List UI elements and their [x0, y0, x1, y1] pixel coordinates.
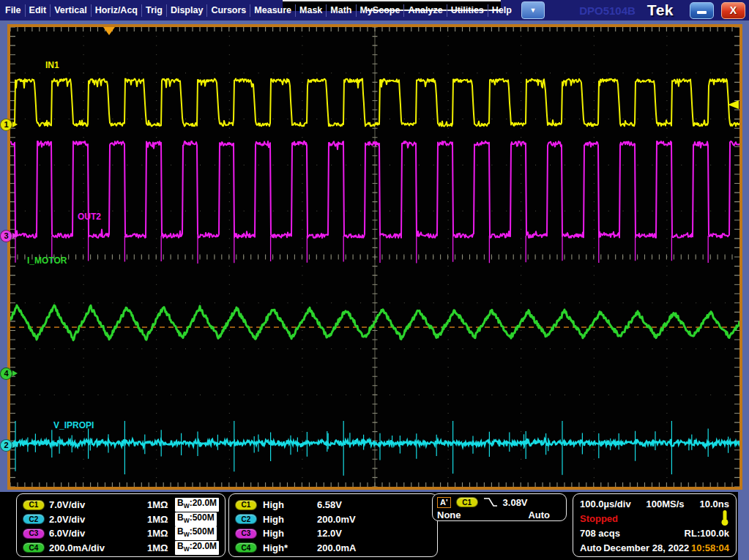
c4-termination: 1MΩ — [147, 542, 175, 553]
c1-badge[interactable]: C1 — [23, 500, 45, 510]
tek-logo: Tek — [647, 1, 674, 19]
measurements-panel[interactable]: C1 High 6.58V C2 High 200.0mV C3 High 12… — [228, 493, 438, 557]
waveform-label-imotor: I_MOTOR — [27, 255, 67, 266]
marker-pin-icon — [720, 510, 729, 526]
menu-item-measure[interactable]: Measure — [250, 0, 295, 20]
datetime-row: Auto December 28, 2022 10:58:04 — [580, 540, 729, 555]
c3-meas-badge[interactable]: C3 — [235, 529, 257, 539]
channel-marker-arrow-2 — [12, 442, 18, 448]
trigger-panel[interactable]: A' C1 3.08V None Auto — [432, 493, 567, 521]
acqs-row: 708 acqs RL:100.0k — [580, 526, 729, 540]
channel-marker-3[interactable]: 3 — [0, 230, 12, 242]
c4-meas-name: High* — [263, 542, 317, 553]
trigger-mode-value: Auto — [580, 542, 602, 553]
menu-item-trig[interactable]: Trig — [142, 0, 166, 20]
c2-meas-name: High — [263, 514, 317, 525]
c2-meas-badge[interactable]: C2 — [235, 514, 257, 524]
menu-item-vertical[interactable]: Vertical — [51, 0, 90, 20]
channel-settings-panel[interactable]: C1 7.0V/div 1MΩ BW:20.0M C2 2.0V/div 1MΩ… — [16, 493, 226, 557]
c1-bandwidth: BW:20.0M — [175, 498, 219, 512]
c2-bandwidth: BW:500M — [175, 512, 217, 526]
measurement-row-c3[interactable]: C3 High 12.0V — [235, 526, 437, 541]
menu-item-math[interactable]: Math — [327, 0, 355, 20]
trigger-level-icon[interactable] — [728, 100, 739, 109]
date-value: December 28, 2022 — [603, 542, 689, 553]
minimize-button[interactable] — [690, 2, 714, 19]
menu-item-file[interactable]: File — [1, 0, 25, 20]
status-row: Stopped — [580, 511, 729, 526]
menu-item-help[interactable]: Help — [488, 0, 515, 20]
measurement-row-c2[interactable]: C2 High 200.0mV — [235, 512, 437, 527]
c3-bandwidth: BW:500M — [175, 526, 217, 540]
c3-scale: 6.0V/div — [49, 528, 147, 539]
c2-scale: 2.0V/div — [49, 514, 147, 525]
menu-item-myscope[interactable]: MyScope — [357, 0, 404, 20]
channel-marker-arrow-3 — [12, 233, 18, 239]
c4-badge[interactable]: C4 — [23, 542, 45, 553]
trigger-none-label[interactable]: None — [437, 509, 461, 520]
channel-row-c2[interactable]: C2 2.0V/div 1MΩ BW:500M — [23, 512, 225, 527]
trigger-level-value: 3.08V — [503, 497, 528, 508]
trigger-a-label[interactable]: A' — [437, 497, 451, 508]
channel-row-c3[interactable]: C3 6.0V/div 1MΩ BW:500M — [23, 526, 225, 541]
clock-value: 10:58:04 — [691, 542, 729, 553]
c1-scale: 7.0V/div — [49, 499, 147, 510]
channel-marker-1[interactable]: 1 — [0, 119, 12, 131]
channel-row-c4[interactable]: C4 200.0mA/div 1MΩ BW:20.0M — [23, 541, 225, 556]
waveform-canvas — [10, 27, 739, 487]
close-button[interactable]: X — [721, 2, 745, 19]
close-icon: X — [730, 4, 737, 16]
c4-meas-badge[interactable]: C4 — [235, 542, 257, 553]
measurement-row-c1[interactable]: C1 High 6.58V — [235, 498, 437, 512]
menu-item-cursors[interactable]: Cursors — [207, 0, 250, 20]
c1-meas-name: High — [263, 499, 317, 510]
c4-bandwidth: BW:20.0M — [175, 541, 219, 555]
menu-item-utilities[interactable]: Utilities — [447, 0, 488, 20]
channel-marker-4[interactable]: 4 — [0, 367, 12, 380]
c3-termination: 1MΩ — [147, 528, 175, 539]
minimize-icon — [697, 11, 707, 14]
trigger-position-icon[interactable] — [103, 27, 115, 35]
waveform-label-out2: OUT2 — [78, 212, 101, 222]
trigger-settings-row: A' C1 3.08V — [437, 496, 562, 509]
dropdown-arrow-icon: ▼ — [529, 7, 536, 14]
graticule-bezel: IN1 OUT2 I_MOTOR V_IPROPI — [7, 24, 742, 490]
falling-edge-icon — [483, 497, 498, 507]
c1-meas-badge[interactable]: C1 — [235, 500, 257, 510]
channel-marker-arrow-1 — [12, 122, 18, 127]
menu-item-analyze[interactable]: Analyze — [404, 0, 446, 20]
sample-rate: 100MS/s — [646, 499, 685, 509]
display-frame: IN1 OUT2 I_MOTOR V_IPROPI — [0, 20, 749, 492]
channel-row-c1[interactable]: C1 7.0V/div 1MΩ BW:20.0M — [23, 498, 225, 512]
c3-meas-value: 12.0V — [317, 528, 437, 539]
graticule: IN1 OUT2 I_MOTOR V_IPROPI — [10, 27, 739, 487]
frame-right-strip — [738, 492, 749, 560]
menu-bar: FileEditVerticalHoriz/AcqTrigDisplayCurs… — [0, 0, 749, 20]
c4-meas-value: 200.0mA — [317, 542, 437, 553]
waveform-label-in1: IN1 — [45, 60, 59, 70]
menu-item-display[interactable]: Display — [167, 0, 206, 20]
trigger-source-badge[interactable]: C1 — [456, 497, 478, 507]
record-length: RL:100.0k — [685, 528, 729, 539]
c3-badge[interactable]: C3 — [23, 529, 45, 539]
acquisition-count: 708 acqs — [580, 528, 620, 539]
measurement-row-c4[interactable]: C4 High* 200.0mA — [235, 541, 437, 556]
c2-termination: 1MΩ — [147, 514, 175, 525]
channel-marker-2[interactable]: 2 — [0, 439, 12, 452]
menu-item-mask[interactable]: Mask — [296, 0, 326, 20]
readout-area: C1 7.0V/div 1MΩ BW:20.0M C2 2.0V/div 1MΩ… — [0, 492, 749, 560]
c4-scale: 200.0mA/div — [49, 542, 147, 553]
menu-item-horiz-acq[interactable]: Horiz/Acq — [92, 0, 141, 20]
menu-overflow-dropdown[interactable]: ▼ — [521, 1, 545, 19]
c2-badge[interactable]: C2 — [23, 514, 45, 524]
c3-meas-name: High — [263, 528, 317, 539]
horizontal-acquisition-panel[interactable]: 100.0µs/div 100MS/s 10.0ns Stopped 708 a… — [573, 493, 737, 557]
model-watermark: DPO5104B — [579, 4, 636, 17]
acquisition-status: Stopped — [580, 513, 618, 524]
c1-termination: 1MΩ — [147, 499, 175, 510]
waveform-label-vipropi: V_IPROPI — [53, 420, 94, 430]
sample-resolution: 10.0ns — [700, 499, 729, 509]
trigger-auto-label[interactable]: Auto — [528, 509, 550, 520]
menu-item-edit[interactable]: Edit — [26, 0, 51, 20]
oscilloscope-screen: FileEditVerticalHoriz/AcqTrigDisplayCurs… — [0, 0, 749, 560]
